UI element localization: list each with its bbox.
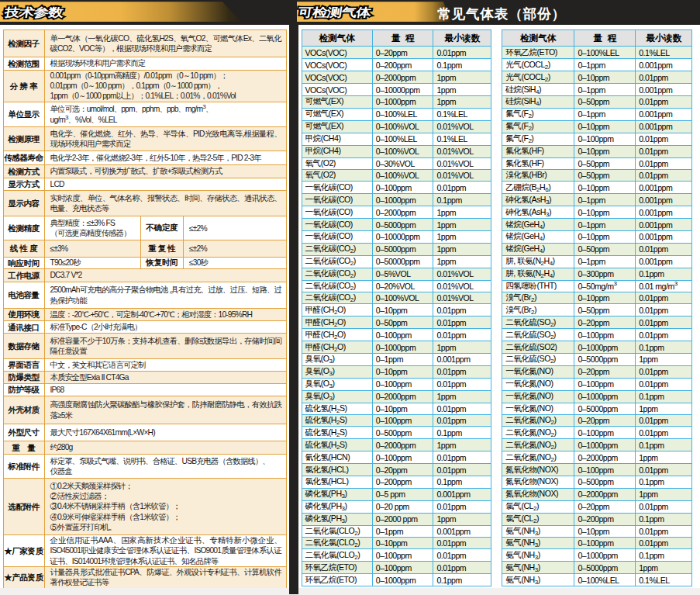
svg-text:可检测气体: 可检测气体 <box>297 6 373 19</box>
svg-text:技术参数: 技术参数 <box>3 6 65 19</box>
